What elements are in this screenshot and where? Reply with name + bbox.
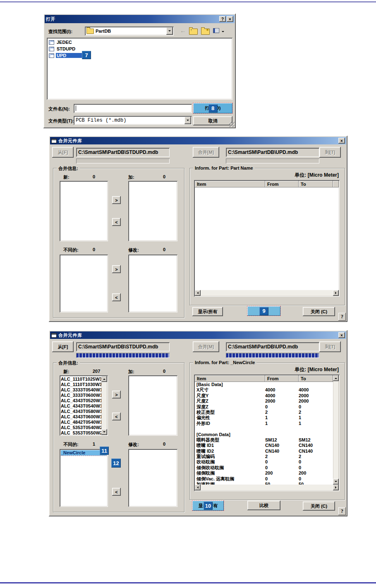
context-help-button[interactable]: ? — [338, 313, 346, 321]
table-row: 吹动耽搁00 — [195, 459, 333, 465]
column-header-filler — [333, 181, 339, 187]
cancel-button[interactable]: 取消 — [193, 116, 232, 125]
table-cell-to — [299, 382, 333, 387]
dialog-title: 合并元件库 — [58, 138, 82, 144]
to-button[interactable]: 到[T] — [319, 147, 341, 158]
merge-button[interactable]: 合并[M] — [193, 147, 219, 158]
table-cell-to: CN140 — [299, 443, 333, 448]
table-cell-item: 喷嘴 ID2 — [195, 449, 265, 454]
column-header-from[interactable]: From — [265, 181, 299, 187]
mod-listbox[interactable] — [128, 449, 177, 507]
file-item[interactable]: UPD — [48, 52, 231, 59]
up-one-level-icon[interactable]: ↑ — [189, 29, 198, 35]
open-button[interactable]: 打开(O) 8 — [193, 103, 232, 113]
views-menu-icon[interactable] — [213, 28, 219, 33]
close-button[interactable]: × — [338, 332, 345, 338]
to-button[interactable]: 到[T] — [319, 341, 341, 352]
list-item[interactable]: ALC_4343T0540W1 — [61, 403, 101, 409]
list-item[interactable]: ALC_3333T0540W1 — [61, 387, 101, 393]
table-cell-to: 2 — [299, 410, 333, 415]
move-right-button[interactable]: > — [112, 265, 121, 273]
add-listbox[interactable] — [128, 181, 177, 241]
merge-button[interactable]: 合并[M] — [193, 341, 219, 352]
column-header-to[interactable]: To — [299, 375, 333, 382]
context-help-button[interactable]: ? — [338, 507, 346, 515]
open-dialog-titlebar[interactable]: 打开 ? × — [45, 15, 235, 23]
add-listbox[interactable] — [128, 375, 177, 436]
file-type-label: 文件类型(T): — [48, 118, 74, 124]
column-header-from[interactable]: From — [265, 375, 299, 382]
resize-grip[interactable] — [229, 122, 235, 127]
move-left-button[interactable]: < — [112, 218, 121, 226]
scroll-left-icon[interactable] — [195, 290, 201, 296]
vertical-scrollbar[interactable] — [333, 375, 339, 485]
from-button[interactable]: 从[F] — [52, 147, 74, 158]
diff-listbox[interactable]: _NewCircle — [60, 449, 108, 507]
back-icon[interactable]: ← — [180, 27, 186, 34]
file-name-input[interactable] — [74, 104, 192, 113]
from-button[interactable]: 从[F] — [52, 341, 74, 352]
list-item[interactable]: ALC_5353T0540W2 — [61, 425, 101, 430]
column-header-to[interactable]: To — [299, 181, 333, 187]
move-right-button[interactable]: > — [112, 196, 121, 204]
column-header-item[interactable]: Item — [195, 375, 265, 382]
list-item[interactable]: ALC_5353T0550W2 — [61, 430, 101, 434]
list-item[interactable]: ALC_1110T1030W3 — [61, 382, 101, 387]
dialog-title: 打开 — [46, 16, 55, 22]
scroll-right-icon[interactable] — [333, 485, 339, 490]
merge-button-label: 合并[M] — [198, 149, 214, 156]
diff-listbox[interactable] — [60, 254, 108, 312]
list-item[interactable]: ALC_3333T0600W1 — [61, 393, 101, 398]
show-all-button[interactable]: 显示/所有 10 — [192, 501, 224, 511]
compare-button[interactable]: 比校 — [247, 501, 280, 510]
table-row: 校正类型22 — [195, 410, 333, 415]
scroll-right-icon[interactable] — [333, 290, 339, 296]
move-left-button[interactable]: < — [112, 293, 121, 301]
open-file-list[interactable]: JEDECSTDUPDUPD — [47, 38, 232, 100]
compare-button[interactable]: 比较 9 — [247, 306, 280, 316]
scroll-up-icon[interactable] — [333, 375, 339, 381]
move-right-button[interactable]: > — [112, 391, 121, 398]
vertical-scrollbar[interactable] — [101, 376, 107, 435]
look-in-combobox[interactable]: PartDB — [85, 26, 174, 36]
move-left-icon: < — [115, 220, 117, 225]
mod-listbox[interactable] — [128, 254, 177, 312]
table-cell-to: 0 — [299, 404, 333, 410]
show-all-button[interactable]: 显示/所有 — [192, 307, 223, 316]
close-button[interactable]: × — [338, 138, 345, 144]
list-item[interactable]: ALC_4343T0520W1 — [61, 398, 101, 403]
list-item[interactable]: ALC_1110T1025W3 — [61, 377, 101, 382]
new-listbox[interactable] — [60, 181, 108, 241]
chevron-down-icon[interactable] — [166, 27, 173, 35]
close-dialog-button[interactable]: 关闭 (C) — [303, 307, 335, 316]
scroll-left-icon[interactable] — [195, 485, 201, 490]
close-button[interactable]: × — [227, 16, 233, 22]
views-caret-icon[interactable] — [222, 31, 224, 34]
merge-dialog-titlebar[interactable]: 合并元件库 × — [50, 331, 346, 339]
close-dialog-button[interactable]: 关闭 (C) — [303, 502, 335, 511]
merge-info-group-label: 合并信息: — [57, 360, 80, 366]
new-folder-icon[interactable]: ∗ — [201, 29, 210, 35]
move-left-button[interactable]: < — [112, 413, 121, 420]
list-item[interactable]: ALC_4343T0600W1 — [61, 414, 101, 420]
chevron-down-icon[interactable] — [184, 117, 191, 124]
scroll-down-icon[interactable] — [333, 479, 339, 485]
horizontal-scrollbar[interactable] — [195, 485, 339, 490]
table-row: 喷嘴 ID1CN140CN140 — [195, 443, 333, 448]
move-left-button[interactable]: < — [112, 488, 121, 496]
file-type-combobox[interactable]: PCB Files (*.mdb) — [74, 116, 192, 125]
file-item[interactable]: JEDEC — [48, 39, 231, 46]
table-cell-item — [195, 426, 265, 432]
new-items-listbox[interactable]: ALC_1110T1025W3ALC_1110T1030W3ALC_3333T0… — [60, 375, 108, 436]
scroll-up-icon[interactable] — [101, 376, 107, 382]
table-cell-from: 1 — [265, 415, 299, 420]
column-header-item[interactable]: Item — [195, 181, 265, 187]
merge-dialog-titlebar[interactable]: 合并元件库 × — [50, 137, 346, 144]
horizontal-scrollbar[interactable] — [195, 290, 339, 296]
help-button[interactable]: ? — [219, 16, 226, 22]
list-item[interactable]: ALC_4343T0580W1 — [61, 409, 101, 414]
file-item[interactable]: STDUPD — [48, 46, 231, 52]
list-item[interactable]: ALC_4842T0540W1 — [61, 420, 101, 425]
scroll-down-icon[interactable] — [101, 429, 107, 435]
table-cell-from: 2000 — [265, 398, 299, 404]
